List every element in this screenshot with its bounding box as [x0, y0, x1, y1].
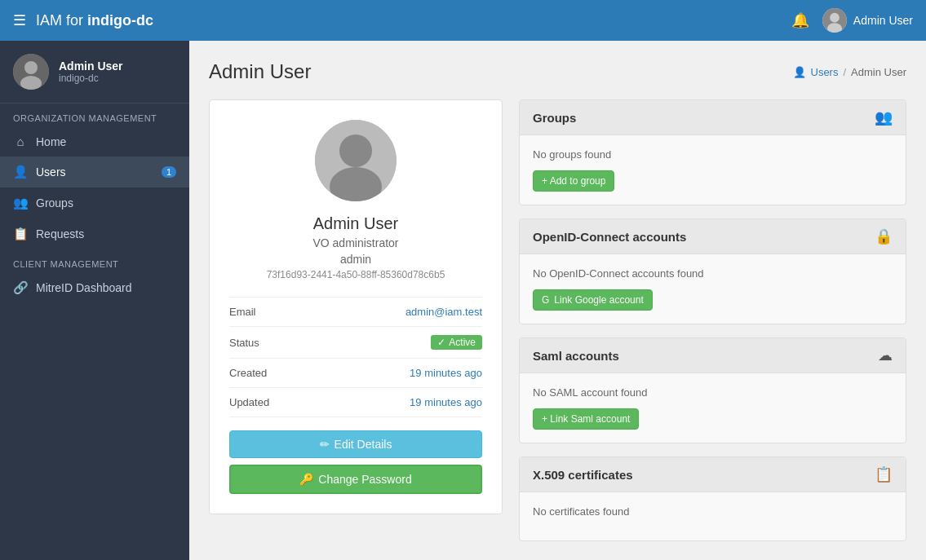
sidebar-home-label: Home — [36, 135, 66, 148]
link-saml-label: + Link Saml account — [542, 413, 630, 425]
change-password-button[interactable]: 🔑 Change Password — [229, 465, 482, 494]
navbar-right: 🔔 Admin User — [791, 8, 913, 33]
status-value: Active — [449, 337, 476, 348]
sidebar-item-mitreid[interactable]: 🔗 MitreID Dashboard — [0, 272, 189, 303]
admin-avatar-svg — [822, 8, 847, 33]
sidebar-avatar — [13, 54, 49, 90]
pencil-icon: ✏ — [320, 438, 330, 451]
users-icon: 👤 — [13, 165, 28, 179]
updated-label: Updated — [229, 396, 269, 408]
edit-details-label: Edit Details — [335, 438, 392, 451]
openid-body: No OpenID-Connect accounts found G Link … — [520, 254, 906, 324]
users-badge: 1 — [162, 166, 176, 178]
x509-body: No certificates found — [520, 492, 906, 540]
breadcrumb: 👤 Users / Admin User — [793, 66, 907, 78]
sidebar: Admin User indigo-dc Organization Manage… — [0, 41, 189, 560]
saml-title: Saml accounts — [533, 349, 619, 363]
saml-section: Saml accounts ☁ No SAML account found + … — [519, 337, 906, 443]
user-info-updated-row: Updated 19 minutes ago — [229, 388, 482, 417]
add-to-group-button[interactable]: + Add to group — [533, 170, 614, 192]
link-google-label: Link Google account — [554, 294, 643, 306]
groups-title: Groups — [533, 111, 576, 125]
groups-body: No groups found + Add to group — [520, 135, 906, 205]
sidebar-users-label: Users — [36, 165, 66, 179]
navbar-brand: IAM for indigo-dc — [36, 12, 153, 29]
content-layout: Admin User VO administrator admin 73f16d… — [209, 99, 906, 541]
saml-header: Saml accounts ☁ — [520, 338, 906, 373]
svg-point-7 — [339, 134, 372, 167]
navbar: ☰ IAM for indigo-dc 🔔 Admin User — [0, 0, 926, 41]
status-badge: ✓ Active — [431, 335, 482, 350]
home-icon: ⌂ — [13, 134, 28, 148]
sidebar-avatar-svg — [13, 54, 49, 90]
user-name: Admin User — [229, 214, 482, 233]
sidebar-profile-org: indigo-dc — [59, 73, 123, 84]
status-label: Status — [229, 337, 259, 349]
sidebar-item-users[interactable]: 👤 Users 1 — [0, 157, 189, 187]
breadcrumb-sep: / — [843, 66, 846, 78]
admin-user-menu[interactable]: Admin User — [822, 8, 913, 33]
card-actions: ✏ Edit Details 🔑 Change Password — [229, 430, 482, 494]
sidebar-section-org-label: Organization Management — [0, 104, 189, 126]
user-card: Admin User VO administrator admin 73f16d… — [209, 99, 503, 514]
cloud-icon: ☁ — [878, 346, 893, 364]
email-label: Email — [229, 306, 256, 318]
sidebar-mitreid-label: MitreID Dashboard — [36, 281, 132, 294]
sidebar-profile: Admin User indigo-dc — [0, 41, 189, 104]
saml-body: No SAML account found + Link Saml accoun… — [520, 373, 906, 443]
user-info-table: Email admin@iam.test Status ✓ Active Cre… — [229, 297, 482, 417]
left-panel: Admin User VO administrator admin 73f16d… — [209, 99, 503, 541]
openid-empty-msg: No OpenID-Connect accounts found — [533, 267, 893, 280]
sidebar-section-client-label: Client management — [0, 249, 189, 272]
google-icon: G — [542, 294, 549, 306]
sidebar-item-home[interactable]: ⌂ Home — [0, 126, 189, 157]
user-info-email-row: Email admin@iam.test — [229, 298, 482, 327]
link-google-button[interactable]: G Link Google account — [533, 289, 653, 311]
created-value: 19 minutes ago — [410, 367, 482, 379]
user-role: VO administrator — [229, 236, 482, 249]
groups-icon: 👥 — [13, 196, 28, 210]
user-username: admin — [229, 253, 482, 266]
requests-icon: 📋 — [13, 227, 28, 241]
breadcrumb-users-icon: 👤 — [793, 66, 806, 78]
breadcrumb-current: Admin User — [851, 66, 906, 78]
sidebar-item-requests[interactable]: 📋 Requests — [0, 218, 189, 249]
sidebar-profile-name: Admin User — [59, 60, 123, 73]
right-panel: Groups 👥 No groups found + Add to group … — [519, 99, 906, 541]
groups-header: Groups 👥 — [520, 100, 906, 135]
openid-header: OpenID-Connect accounts 🔒 — [520, 219, 906, 254]
user-info-created-row: Created 19 minutes ago — [229, 359, 482, 388]
key-icon: 🔑 — [299, 473, 313, 486]
brand-name: indigo-dc — [87, 12, 153, 29]
navbar-left: ☰ IAM for indigo-dc — [13, 11, 153, 29]
user-uuid: 73f16d93-2441-4a50-88ff-85360d78c6b5 — [229, 269, 482, 280]
groups-empty-msg: No groups found — [533, 148, 893, 161]
sidebar-item-groups[interactable]: 👥 Groups — [0, 187, 189, 218]
x509-header: X.509 certificates 📋 — [520, 457, 906, 492]
groups-section: Groups 👥 No groups found + Add to group — [519, 99, 906, 205]
hamburger-icon[interactable]: ☰ — [13, 11, 26, 29]
mitreid-icon: 🔗 — [13, 280, 28, 295]
change-password-label: Change Password — [318, 473, 411, 486]
svg-point-4 — [24, 61, 38, 74]
breadcrumb-users-link[interactable]: Users — [811, 66, 839, 78]
groups-section-icon: 👥 — [875, 108, 893, 126]
sidebar-groups-label: Groups — [36, 196, 73, 209]
email-value: admin@iam.test — [405, 306, 482, 318]
link-saml-button[interactable]: + Link Saml account — [533, 408, 639, 430]
created-label: Created — [229, 367, 267, 379]
add-to-group-label: + Add to group — [542, 175, 605, 187]
openid-section: OpenID-Connect accounts 🔒 No OpenID-Conn… — [519, 218, 906, 324]
page-title: Admin User — [209, 60, 311, 83]
x509-title: X.509 certificates — [533, 468, 633, 482]
x509-section: X.509 certificates 📋 No certificates fou… — [519, 456, 906, 541]
notification-icon[interactable]: 🔔 — [791, 11, 809, 29]
edit-details-button[interactable]: ✏ Edit Details — [229, 430, 482, 458]
openid-title: OpenID-Connect accounts — [533, 230, 686, 244]
page-header: Admin User 👤 Users / Admin User — [209, 60, 906, 83]
svg-point-1 — [830, 13, 840, 23]
user-avatar-svg — [315, 120, 397, 201]
saml-empty-msg: No SAML account found — [533, 386, 893, 399]
admin-avatar — [822, 8, 847, 33]
updated-value: 19 minutes ago — [410, 396, 482, 408]
